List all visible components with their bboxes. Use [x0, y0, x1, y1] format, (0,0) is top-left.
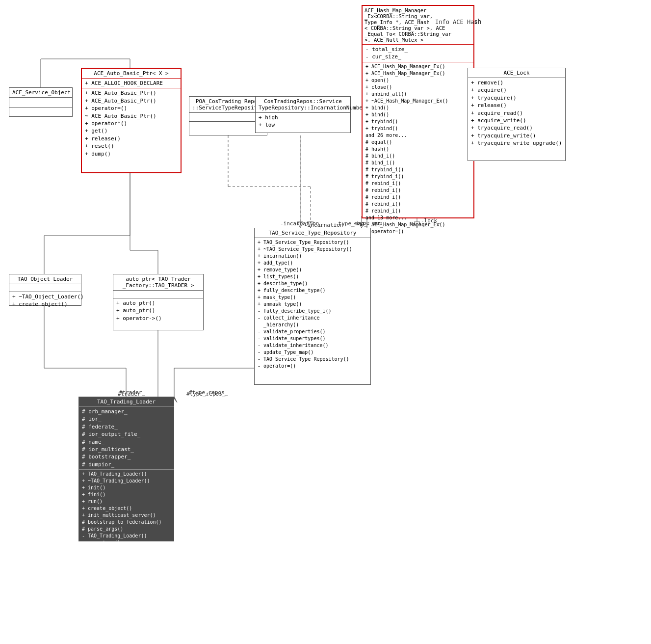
ace-service-object-box: ACE_Service_Object — [9, 87, 73, 117]
cos-trading-incarnation-members: + high + low — [256, 113, 350, 130]
ace-auto-basic-ptr-title: ACE_Auto_Basic_Ptr< X > — [82, 69, 181, 79]
auto-ptr-box: auto_ptr< TAO_Trader_Factory::TAO_TRADER… — [113, 274, 204, 330]
tao-object-loader-box: TAO_Object_Loader + ~TAO_Object_Loader()… — [9, 274, 81, 306]
auto-ptr-attr — [113, 291, 203, 298]
tao-service-type-repo-title: TAO_Service_Type_Repository — [255, 228, 370, 238]
incarnation-label-text: -incarnation_ — [280, 220, 322, 227]
cos-trading-incarnation-title: CosTradingRepos::ServiceTypeRepository::… — [256, 97, 350, 113]
ace-auto-basic-ptr-box: ACE_Auto_Basic_Ptr< X > + ACE_ALLOC_HOOK… — [81, 68, 182, 173]
ace-service-object-attr — [9, 98, 72, 107]
tao-trading-loader-methods: + TAO_Trading_Loader() + ~TAO_Trading_Lo… — [79, 470, 174, 547]
lock-label-text: -lock_ — [421, 217, 441, 224]
type-map-label-text: -type_map_ — [335, 220, 367, 227]
ace-hash-map-box: ACE_Hash_Map_Manager _Ex<CORBA::String_v… — [362, 5, 474, 218]
tao-service-type-repo-box: TAO_Service_Type_Repository + TAO_Servic… — [254, 228, 371, 385]
info-label-text: Info ACE Hash — [435, 19, 481, 26]
tao-service-type-repo-methods: + TAO_Service_Type_Repository() + ~TAO_S… — [255, 238, 370, 371]
auto-ptr-methods: + auto_ptr() + auto_ptr() + operator->() — [113, 298, 203, 323]
tao-trading-loader-attrs: # orb_manager_ # ior_ # federate_ # ior_… — [79, 407, 174, 470]
trader-label-text: #trader_ — [119, 389, 145, 396]
tao-trading-loader-title: TAO_Trading_Loader — [79, 397, 174, 407]
ace-lock-box: ACE_Lock + remove() + acquire() + tryacq… — [468, 68, 566, 161]
cos-trading-incarnation-box: CosTradingRepos::ServiceTypeRepository::… — [255, 96, 351, 133]
auto-ptr-title: auto_ptr< TAO_Trader_Factory::TAO_TRADER… — [113, 274, 203, 291]
ace-service-object-title: ACE_Service_Object — [9, 88, 72, 98]
ace-auto-basic-ptr-methods: + ACE_Auto_Basic_Ptr() + ACE_Auto_Basic_… — [82, 88, 181, 159]
ace-lock-title: ACE_Lock — [468, 68, 565, 78]
ace-hash-map-attrs: - total_size_ - cur_size_ — [363, 45, 473, 62]
tao-trading-loader-box: TAO_Trading_Loader # orb_manager_ # ior_… — [78, 397, 174, 541]
tao-object-loader-title: TAO_Object_Loader — [9, 274, 81, 284]
tao-object-loader-attr — [9, 284, 81, 292]
type-repos-label-text: #type_repos_ — [189, 389, 228, 396]
tao-object-loader-methods: + ~TAO_Object_Loader() + create_object() — [9, 292, 81, 309]
ace-hash-map-methods: + ACE_Hash_Map_Manager_Ex() + ACE_Hash_M… — [363, 62, 473, 236]
ace-lock-methods: + remove() + acquire() + tryacquire() + … — [468, 78, 565, 148]
ace-service-object-methods — [9, 107, 72, 117]
ace-auto-basic-ptr-alloc: + ACE_ALLOC_HOOK_DECLARE — [82, 79, 181, 88]
